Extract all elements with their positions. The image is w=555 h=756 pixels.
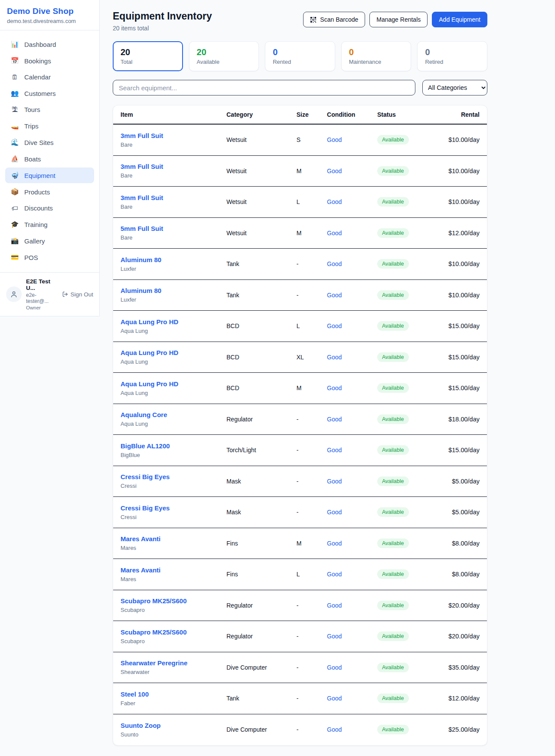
item-link[interactable]: Mares Avanti (121, 535, 160, 542)
item-link[interactable]: Suunto Zoop (121, 722, 160, 729)
sidebar-item-discounts[interactable]: 🏷 Discounts (5, 201, 94, 216)
condition-link[interactable]: Good (327, 726, 342, 733)
category-cell: Dive Computer (226, 726, 296, 733)
item-link[interactable]: Aqualung Core (121, 411, 167, 418)
sidebar-item-training[interactable]: 🎓 Training (5, 217, 94, 232)
item-link[interactable]: Aluminum 80 (121, 287, 161, 294)
condition-link[interactable]: Good (327, 292, 342, 299)
rental-cell: $15.00/day (444, 322, 480, 329)
size-cell: - (297, 602, 327, 609)
table-row: Aluminum 80 Luxfer Tank - Good Available… (113, 249, 487, 280)
size-cell: - (297, 695, 327, 702)
sidebar-item-calendar[interactable]: 🗓 Calendar (5, 69, 94, 85)
discounts-icon: 🏷 (10, 204, 19, 212)
search-input[interactable] (113, 80, 415, 95)
item-link[interactable]: Cressi Big Eyes (121, 473, 170, 480)
sidebar-item-gallery[interactable]: 📸 Gallery (5, 233, 94, 249)
condition-link[interactable]: Good (327, 447, 342, 454)
table-row: Aqualung Core Aqua Lung Regulator - Good… (113, 404, 487, 435)
item-link[interactable]: Cressi Big Eyes (121, 504, 170, 512)
condition-link[interactable]: Good (327, 322, 342, 329)
item-brand: Bare (121, 204, 226, 210)
category-cell: BCD (226, 385, 296, 391)
item-link[interactable]: BigBlue AL1200 (121, 442, 170, 450)
condition-link[interactable]: Good (327, 602, 342, 609)
item-cell: Mares Avanti Mares (121, 535, 226, 551)
column-header-status: Status (377, 111, 444, 118)
item-link[interactable]: Aqua Lung Pro HD (121, 380, 178, 388)
stat-card-available[interactable]: 20 Available (189, 41, 259, 71)
condition-link[interactable]: Good (327, 571, 342, 578)
condition-cell: Good (327, 415, 377, 423)
stat-card-rented[interactable]: 0 Rented (265, 41, 335, 71)
condition-link[interactable]: Good (327, 260, 342, 267)
item-link[interactable]: Scubapro MK25/S600 (121, 597, 187, 605)
item-link[interactable]: Mares Avanti (121, 566, 160, 574)
condition-link[interactable]: Good (327, 478, 342, 485)
condition-link[interactable]: Good (327, 168, 342, 174)
sidebar-item-pos[interactable]: 💳 POS (5, 250, 94, 265)
condition-link[interactable]: Good (327, 509, 342, 516)
sidebar-item-tours[interactable]: 🏝 Tours (5, 102, 94, 117)
equipment-table: Item Category Size Condition Status Rent… (113, 105, 487, 746)
condition-cell: Good (327, 198, 377, 206)
table-row: Aqua Lung Pro HD Aqua Lung BCD M Good Av… (113, 373, 487, 404)
scan-barcode-button[interactable]: Scan Barcode (303, 12, 365, 27)
status-badge: Available (377, 507, 409, 517)
item-link[interactable]: 3mm Full Suit (121, 132, 163, 139)
sidebar-item-customers[interactable]: 👥 Customers (5, 85, 94, 101)
stat-label: Maintenance (349, 59, 404, 65)
status-cell: Available (377, 197, 444, 207)
sidebar-item-boats[interactable]: ⛵ Boats (5, 151, 94, 167)
sidebar-item-dive-sites[interactable]: 🌊 Dive Sites (5, 135, 94, 150)
category-select[interactable]: All Categories (422, 80, 487, 95)
item-link[interactable]: Aluminum 80 (121, 256, 161, 263)
item-link[interactable]: Steel 100 (121, 690, 149, 698)
sidebar-item-bookings[interactable]: 📅 Bookings (5, 53, 94, 69)
sidebar-item-equipment[interactable]: 🤿 Equipment (5, 168, 94, 183)
condition-link[interactable]: Good (327, 354, 342, 361)
condition-link[interactable]: Good (327, 695, 342, 702)
sign-out-button[interactable]: Sign Out (62, 291, 93, 298)
item-cell: Aqua Lung Pro HD Aqua Lung (121, 349, 226, 365)
condition-link[interactable]: Good (327, 416, 342, 423)
sidebar-item-products[interactable]: 📦 Products (5, 184, 94, 200)
item-brand: Bare (121, 141, 226, 148)
stat-card-maintenance[interactable]: 0 Maintenance (341, 41, 411, 71)
item-cell: Aluminum 80 Luxfer (121, 256, 226, 272)
category-cell: Torch/Light (226, 447, 296, 454)
rental-cell: $10.00/day (444, 198, 480, 205)
dive-sites-icon: 🌊 (10, 138, 19, 146)
sidebar-item-label: Training (24, 221, 48, 228)
condition-link[interactable]: Good (327, 385, 342, 391)
condition-link[interactable]: Good (327, 198, 342, 205)
item-link[interactable]: Aqua Lung Pro HD (121, 318, 178, 325)
category-cell: Dive Computer (226, 664, 296, 671)
add-equipment-button[interactable]: Add Equipment (432, 12, 487, 27)
condition-link[interactable]: Good (327, 136, 342, 143)
condition-link[interactable]: Good (327, 540, 342, 547)
item-brand: Bare (121, 234, 226, 241)
manage-rentals-button[interactable]: Manage Rentals (369, 12, 428, 27)
item-link[interactable]: Shearwater Peregrine (121, 659, 187, 667)
item-link[interactable]: 3mm Full Suit (121, 194, 163, 201)
sidebar-item-dashboard[interactable]: 📊 Dashboard (5, 36, 94, 52)
category-cell: Wetsuit (226, 230, 296, 237)
size-cell: L (297, 198, 327, 205)
item-link[interactable]: 3mm Full Suit (121, 163, 163, 170)
condition-link[interactable]: Good (327, 230, 342, 237)
condition-link[interactable]: Good (327, 633, 342, 640)
status-badge: Available (377, 321, 409, 331)
item-link[interactable]: 5mm Full Suit (121, 225, 163, 232)
stat-card-retired[interactable]: 0 Retired (417, 41, 487, 71)
item-link[interactable]: Aqua Lung Pro HD (121, 349, 178, 356)
column-header-size: Size (297, 111, 327, 118)
condition-link[interactable]: Good (327, 664, 342, 671)
category-cell: Tank (226, 292, 296, 299)
table-body: 3mm Full Suit Bare Wetsuit S Good Availa… (113, 125, 487, 745)
sidebar-item-trips[interactable]: 🚤 Trips (5, 118, 94, 134)
sidebar-item-label: Dashboard (24, 41, 56, 48)
item-brand: Luxfer (121, 296, 226, 303)
stat-card-total[interactable]: 20 Total (113, 41, 183, 71)
item-link[interactable]: Scubapro MK25/S600 (121, 628, 187, 636)
